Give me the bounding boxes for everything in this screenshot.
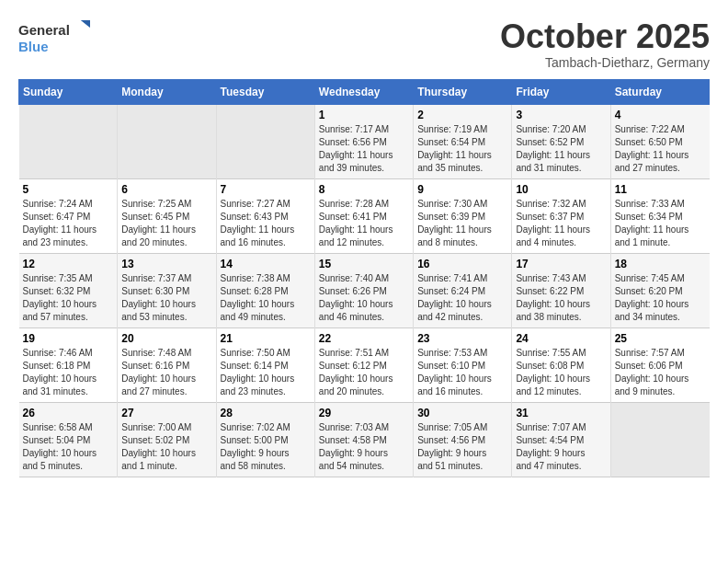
day-number: 10 (516, 183, 606, 196)
calendar-cell: 9Sunrise: 7:30 AM Sunset: 6:39 PM Daylig… (414, 178, 512, 253)
calendar-week-1: 1Sunrise: 7:17 AM Sunset: 6:56 PM Daylig… (19, 104, 710, 178)
day-info: Sunrise: 7:55 AM Sunset: 6:08 PM Dayligh… (516, 347, 606, 398)
day-info: Sunrise: 7:20 AM Sunset: 6:52 PM Dayligh… (516, 123, 606, 175)
day-number: 20 (121, 332, 211, 345)
day-info: Sunrise: 7:07 AM Sunset: 4:54 PM Dayligh… (516, 421, 606, 473)
day-number: 26 (23, 407, 114, 419)
calendar-cell: 8Sunrise: 7:28 AM Sunset: 6:41 PM Daylig… (314, 178, 413, 253)
calendar-cell: 18Sunrise: 7:45 AM Sunset: 6:20 PM Dayli… (610, 253, 709, 327)
day-info: Sunrise: 6:58 AM Sunset: 5:04 PM Dayligh… (23, 421, 114, 473)
subtitle: Tambach-Dietharz, Germany (500, 55, 710, 70)
day-info: Sunrise: 7:02 AM Sunset: 5:00 PM Dayligh… (221, 421, 311, 473)
svg-text:Blue: Blue (18, 39, 49, 54)
day-info: Sunrise: 7:00 AM Sunset: 5:02 PM Dayligh… (121, 421, 211, 473)
day-info: Sunrise: 7:45 AM Sunset: 6:20 PM Dayligh… (615, 272, 706, 324)
calendar-cell (216, 104, 314, 178)
title-block: October 2025 Tambach-Dietharz, Germany (500, 18, 710, 70)
calendar-cell: 19Sunrise: 7:46 AM Sunset: 6:18 PM Dayli… (19, 327, 118, 402)
calendar-cell: 6Sunrise: 7:25 AM Sunset: 6:45 PM Daylig… (118, 178, 216, 253)
calendar-cell: 30Sunrise: 7:05 AM Sunset: 4:56 PM Dayli… (414, 402, 512, 477)
day-number: 1 (319, 109, 409, 121)
calendar-cell: 24Sunrise: 7:55 AM Sunset: 6:08 PM Dayli… (512, 327, 610, 402)
calendar-cell: 1Sunrise: 7:17 AM Sunset: 6:56 PM Daylig… (314, 104, 413, 178)
calendar-cell (118, 104, 216, 178)
logo: General Blue (18, 18, 92, 60)
calendar-week-4: 19Sunrise: 7:46 AM Sunset: 6:18 PM Dayli… (19, 327, 710, 402)
day-info: Sunrise: 7:05 AM Sunset: 4:56 PM Dayligh… (417, 421, 507, 473)
day-info: Sunrise: 7:40 AM Sunset: 6:26 PM Dayligh… (319, 272, 409, 324)
day-number: 19 (23, 332, 114, 345)
day-number: 9 (417, 183, 507, 196)
day-info: Sunrise: 7:38 AM Sunset: 6:28 PM Dayligh… (221, 272, 311, 324)
column-header-sunday: Sunday (19, 79, 118, 104)
day-number: 3 (516, 109, 606, 121)
day-number: 18 (615, 258, 706, 270)
day-info: Sunrise: 7:53 AM Sunset: 6:10 PM Dayligh… (417, 347, 507, 398)
day-number: 14 (221, 258, 311, 270)
day-info: Sunrise: 7:43 AM Sunset: 6:22 PM Dayligh… (516, 272, 606, 324)
column-header-thursday: Thursday (414, 79, 512, 104)
day-info: Sunrise: 7:24 AM Sunset: 6:47 PM Dayligh… (23, 198, 114, 249)
day-number: 27 (121, 407, 211, 419)
calendar-week-2: 5Sunrise: 7:24 AM Sunset: 6:47 PM Daylig… (19, 178, 710, 253)
calendar-cell: 13Sunrise: 7:37 AM Sunset: 6:30 PM Dayli… (118, 253, 216, 327)
day-info: Sunrise: 7:33 AM Sunset: 6:34 PM Dayligh… (615, 198, 706, 249)
day-number: 15 (319, 258, 409, 270)
day-info: Sunrise: 7:27 AM Sunset: 6:43 PM Dayligh… (221, 198, 311, 249)
calendar-cell: 2Sunrise: 7:19 AM Sunset: 6:54 PM Daylig… (414, 104, 512, 178)
calendar-cell (19, 104, 118, 178)
calendar-cell: 15Sunrise: 7:40 AM Sunset: 6:26 PM Dayli… (314, 253, 413, 327)
column-header-monday: Monday (118, 79, 216, 104)
calendar-cell: 29Sunrise: 7:03 AM Sunset: 4:58 PM Dayli… (314, 402, 413, 477)
day-number: 22 (319, 332, 409, 345)
calendar-cell: 12Sunrise: 7:35 AM Sunset: 6:32 PM Dayli… (19, 253, 118, 327)
calendar-cell: 25Sunrise: 7:57 AM Sunset: 6:06 PM Dayli… (610, 327, 709, 402)
calendar-cell: 7Sunrise: 7:27 AM Sunset: 6:43 PM Daylig… (216, 178, 314, 253)
calendar-cell (610, 402, 709, 477)
calendar-cell: 28Sunrise: 7:02 AM Sunset: 5:00 PM Dayli… (216, 402, 314, 477)
calendar-cell: 20Sunrise: 7:48 AM Sunset: 6:16 PM Dayli… (118, 327, 216, 402)
page-header: General Blue October 2025 Tambach-Dietha… (18, 18, 710, 70)
column-header-friday: Friday (512, 79, 610, 104)
calendar-cell: 21Sunrise: 7:50 AM Sunset: 6:14 PM Dayli… (216, 327, 314, 402)
month-title: October 2025 (500, 18, 710, 55)
day-number: 17 (516, 258, 606, 270)
day-info: Sunrise: 7:37 AM Sunset: 6:30 PM Dayligh… (121, 272, 211, 324)
day-number: 21 (221, 332, 311, 345)
calendar-cell: 31Sunrise: 7:07 AM Sunset: 4:54 PM Dayli… (512, 402, 610, 477)
day-number: 2 (417, 109, 507, 121)
day-info: Sunrise: 7:41 AM Sunset: 6:24 PM Dayligh… (417, 272, 507, 324)
calendar-cell: 26Sunrise: 6:58 AM Sunset: 5:04 PM Dayli… (19, 402, 118, 477)
day-number: 29 (319, 407, 409, 419)
day-number: 28 (221, 407, 311, 419)
day-info: Sunrise: 7:46 AM Sunset: 6:18 PM Dayligh… (23, 347, 114, 398)
day-number: 30 (417, 407, 507, 419)
calendar-cell: 23Sunrise: 7:53 AM Sunset: 6:10 PM Dayli… (414, 327, 512, 402)
day-info: Sunrise: 7:35 AM Sunset: 6:32 PM Dayligh… (23, 272, 114, 324)
day-number: 25 (615, 332, 706, 345)
calendar-week-5: 26Sunrise: 6:58 AM Sunset: 5:04 PM Dayli… (19, 402, 710, 477)
day-number: 12 (23, 258, 114, 270)
day-info: Sunrise: 7:19 AM Sunset: 6:54 PM Dayligh… (417, 123, 507, 175)
day-info: Sunrise: 7:28 AM Sunset: 6:41 PM Dayligh… (319, 198, 409, 249)
day-number: 16 (417, 258, 507, 270)
column-header-saturday: Saturday (610, 79, 709, 104)
logo-svg: General Blue (18, 18, 92, 60)
day-number: 6 (121, 183, 211, 196)
day-info: Sunrise: 7:17 AM Sunset: 6:56 PM Dayligh… (319, 123, 409, 175)
calendar-cell: 14Sunrise: 7:38 AM Sunset: 6:28 PM Dayli… (216, 253, 314, 327)
day-number: 8 (319, 183, 409, 196)
svg-text:General: General (18, 22, 70, 38)
calendar-cell: 17Sunrise: 7:43 AM Sunset: 6:22 PM Dayli… (512, 253, 610, 327)
calendar-cell: 10Sunrise: 7:32 AM Sunset: 6:37 PM Dayli… (512, 178, 610, 253)
day-info: Sunrise: 7:30 AM Sunset: 6:39 PM Dayligh… (417, 198, 507, 249)
day-number: 7 (221, 183, 311, 196)
day-number: 5 (23, 183, 114, 196)
calendar-cell: 3Sunrise: 7:20 AM Sunset: 6:52 PM Daylig… (512, 104, 610, 178)
calendar-cell: 4Sunrise: 7:22 AM Sunset: 6:50 PM Daylig… (610, 104, 709, 178)
calendar-header-row: SundayMondayTuesdayWednesdayThursdayFrid… (19, 79, 710, 104)
calendar-cell: 5Sunrise: 7:24 AM Sunset: 6:47 PM Daylig… (19, 178, 118, 253)
day-number: 13 (121, 258, 211, 270)
day-number: 31 (516, 407, 606, 419)
calendar-cell: 27Sunrise: 7:00 AM Sunset: 5:02 PM Dayli… (118, 402, 216, 477)
